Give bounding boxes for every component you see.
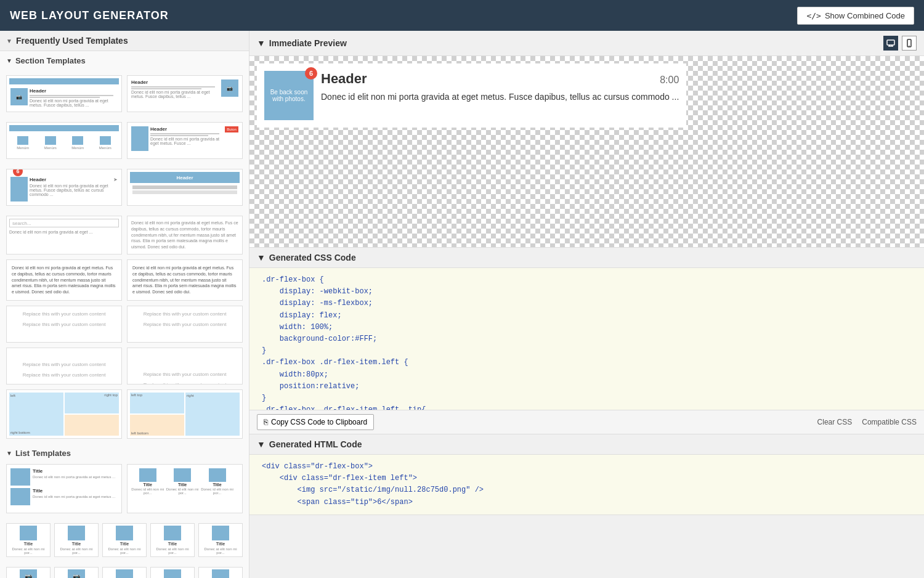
template-grid-5: Donec id elit non mi porta gravida at eg… — [0, 259, 249, 306]
template-card[interactable]: Header Donec id elit non mi porta gravid… — [127, 75, 243, 112]
css-line: position:relative; — [262, 381, 912, 393]
css-line: } — [262, 345, 912, 357]
template-card[interactable]: Title Donec at elit non mi por... — [54, 523, 99, 557]
template-card[interactable]: Header — [127, 169, 243, 206]
clear-css-link[interactable]: Clear CSS — [817, 418, 853, 426]
preview-time: 8:00 — [660, 75, 679, 86]
html-line: <div class="dr-flex-item left"> — [262, 473, 912, 484]
css-panel-header: ▼ Generated CSS Code — [249, 248, 924, 268]
chevron-icon: ▼ — [257, 253, 265, 263]
chevron-icon: ▼ — [257, 439, 265, 449]
template-card[interactable]: 📷 Header Donec id elit non mi porta grav… — [6, 75, 122, 112]
template-grid-4: search... Donec id elit non mi porta gra… — [0, 211, 249, 259]
compatible-css-link[interactable]: Compatible CSS — [862, 418, 917, 426]
css-line: display: flex; — [262, 310, 912, 322]
css-line: width: 100%; — [262, 322, 912, 333]
list-template-grid-1: Title Donec id elit non mi porta gravida… — [0, 464, 249, 518]
preview-canvas: 6 Be back soon with photos. Header 8:00 … — [249, 56, 924, 247]
desktop-icon[interactable] — [883, 36, 898, 51]
template-card[interactable]: Donec id elit non mi porta gravida at eg… — [6, 259, 122, 301]
template-card[interactable]: Menüm Menüm Menüm Menüm — [6, 122, 122, 159]
frequently-used-header[interactable]: ▼ Frequently Used Templates — [0, 31, 249, 51]
frequently-used-label: Frequently Used Templates — [16, 36, 128, 46]
template-grid-2: Menüm Menüm Menüm Menüm — [0, 117, 249, 164]
preview-header-left: ▼ Immediate Preview — [257, 38, 347, 48]
template-card[interactable]: Header Donec id elit non mi porta gravid… — [127, 122, 243, 159]
css-panel: ▼ Generated CSS Code .dr-flex-box { disp… — [249, 248, 924, 434]
template-card[interactable]: Be back soon with photos. — [198, 567, 243, 578]
html-line: <img src="/static/img/null.28c75d0.png" … — [262, 484, 912, 496]
app-title: WEB LAYOUT GENERATOR — [10, 9, 169, 22]
template-card[interactable]: Be back soon with photos. — [150, 567, 195, 578]
template-grid-8: left right bottom right top — [0, 389, 249, 444]
template-card[interactable]: Title Donec at elit non mi por... — [150, 523, 195, 557]
mobile-icon[interactable] — [902, 36, 917, 51]
list-templates-label: List Templates — [15, 449, 71, 458]
preview-badge: 6 — [305, 67, 317, 79]
css-line: .dr-flex-box .dr-flex-item.left .tip{ — [262, 404, 912, 410]
html-panel-header: ▼ Generated HTML Code — [249, 434, 924, 455]
template-card[interactable]: search... Donec id elit non mi porta gra… — [6, 216, 122, 254]
template-card[interactable]: Be back soon with photos. — [102, 567, 147, 578]
left-panel: ▼ Frequently Used Templates ▼ Section Te… — [0, 31, 249, 578]
section-templates-header[interactable]: ▼ Section Templates — [0, 51, 249, 70]
template-card[interactable]: 📷 Be back soon with photos. — [54, 567, 99, 578]
preview-body: Donec id elit non mi porta gravida at eg… — [321, 91, 679, 104]
template-card[interactable]: Replace this with your custom content Re… — [127, 306, 243, 343]
css-line: width:80px; — [262, 369, 912, 381]
list-templates-header[interactable]: ▼ List Templates — [0, 444, 249, 464]
app-header: WEB LAYOUT GENERATOR </> Show Combined C… — [0, 0, 924, 31]
preview-title-row: Header 8:00 — [321, 71, 679, 87]
css-line: .dr-flex-box .dr-flex-item.left { — [262, 357, 912, 368]
preview-text-area: Header 8:00 Donec id elit non mi porta g… — [321, 71, 679, 104]
preview-title: Header — [321, 71, 367, 87]
template-card[interactable]: Replace this with your custom content Re… — [6, 306, 122, 343]
template-card[interactable]: left top left bottom right — [127, 389, 243, 439]
preview-label: Immediate Preview — [269, 38, 347, 48]
template-card[interactable]: Title Donec id elit non mi porta gravida… — [6, 464, 122, 513]
css-footer: ⎘ Copy CSS Code to Clipboard Clear CSS C… — [249, 410, 924, 434]
template-card[interactable]: Title Donec at elit non mi por... — [198, 523, 243, 557]
template-card[interactable]: Donec id elit non mi porta gravida at eg… — [127, 259, 243, 301]
template-card[interactable]: 6 Header Donec id elit non mi porta grav… — [6, 169, 122, 206]
section-templates-label: Section Templates — [15, 56, 86, 65]
right-panel: ▼ Immediate Preview 6 Be back soon — [249, 31, 924, 578]
html-line: <div class="dr-flex-box"> — [262, 461, 912, 473]
html-code-area: <div class="dr-flex-box"> <div class="dr… — [249, 455, 924, 515]
copy-css-button[interactable]: ⎘ Copy CSS Code to Clipboard — [257, 414, 374, 430]
preview-content: 6 Be back soon with photos. Header 8:00 … — [257, 63, 686, 128]
list-template-grid-2: Title Donec at elit non mi por... Title … — [0, 518, 249, 562]
css-line: background-color:#FFF; — [262, 333, 912, 345]
template-card[interactable]: left right bottom right top — [6, 389, 122, 439]
svg-rect-0 — [887, 40, 894, 45]
preview-image-text: Be back soon with photos. — [264, 86, 314, 105]
template-card[interactable]: Title Donec at elit non mi por... — [102, 523, 147, 557]
chevron-icon: ▼ — [6, 450, 12, 457]
css-line: display: -webkit-box; — [262, 286, 912, 298]
chevron-icon: ▼ — [6, 57, 12, 64]
template-grid-3: 6 Header Donec id elit non mi porta grav… — [0, 164, 249, 211]
template-card[interactable]: Replace this with your custom content Re… — [6, 348, 122, 385]
footer-links: Clear CSS Compatible CSS — [817, 418, 917, 426]
code-icon: </> — [806, 11, 821, 20]
css-panel-label: Generated CSS Code — [269, 253, 356, 263]
preview-header-right — [883, 36, 917, 51]
preview-image: 6 Be back soon with photos. — [264, 71, 314, 120]
preview-header: ▼ Immediate Preview — [249, 31, 924, 56]
show-combined-button[interactable]: </> Show Combined Code — [797, 7, 914, 25]
template-card[interactable]: Title Donec id elit non mi por... Title … — [127, 464, 243, 513]
list-template-grid-3: 📷 📷 Be back soon with photos. Be back so… — [0, 562, 249, 578]
copy-icon: ⎘ — [264, 418, 268, 426]
template-card[interactable]: Replace this with your custom content Re… — [127, 348, 243, 385]
template-card[interactable]: Title Donec at elit non mi por... — [6, 523, 51, 557]
template-grid-7: Replace this with your custom content Re… — [0, 348, 249, 389]
template-card[interactable]: 📷 — [6, 567, 51, 578]
template-card[interactable]: Donec id elit non mi porta gravida at eg… — [127, 216, 243, 254]
css-line: } — [262, 393, 912, 404]
html-panel: ▼ Generated HTML Code <div class="dr-fle… — [249, 434, 924, 515]
html-panel-label: Generated HTML Code — [269, 439, 362, 449]
css-line: .dr-flex-box { — [262, 274, 912, 286]
main-layout: ▼ Frequently Used Templates ▼ Section Te… — [0, 31, 924, 578]
html-line: <span class="tip">6</span> — [262, 497, 912, 508]
search-bar-preview: search... — [9, 219, 119, 227]
